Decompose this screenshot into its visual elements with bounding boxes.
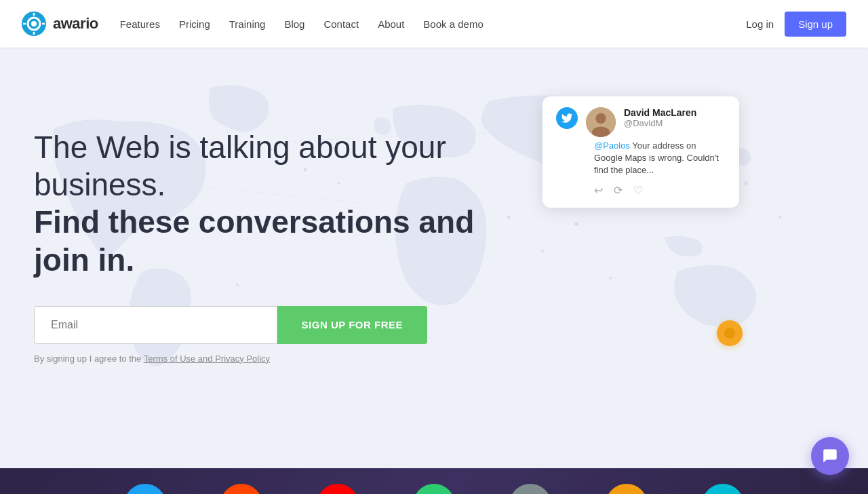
tweet-body: @Paolos Your address on Google Maps is w… xyxy=(594,140,726,177)
hero-content: The Web is talking about your business. … xyxy=(0,48,475,364)
email-input[interactable] xyxy=(34,306,277,344)
svg-point-16 xyxy=(745,182,748,185)
tweet-avatar xyxy=(586,107,616,137)
signup-free-button[interactable]: SIGN UP FOR FREE xyxy=(277,306,427,344)
nav-about[interactable]: About xyxy=(378,18,404,30)
nav-links: Features Pricing Training Blog Contact A… xyxy=(120,18,484,30)
email-form: SIGN UP FOR FREE xyxy=(34,306,427,344)
navbar-right: Log in Sign up xyxy=(746,12,846,37)
social-twitter[interactable] xyxy=(124,484,166,494)
login-button[interactable]: Log in xyxy=(746,18,774,30)
logo[interactable]: awario xyxy=(22,12,98,36)
signup-button[interactable]: Sign up xyxy=(785,12,846,37)
cursor-indicator xyxy=(717,320,743,346)
hero-title-light: The Web is talking about your business. xyxy=(34,130,446,202)
nav-features[interactable]: Features xyxy=(120,18,160,30)
tweet-handle: @DavidM xyxy=(624,118,726,128)
svg-point-13 xyxy=(541,250,544,252)
tweet-card: David MacLaren @DavidM @Paolos Your addr… xyxy=(542,96,739,208)
nav-training[interactable]: Training xyxy=(229,18,266,30)
hero-section: .dot { fill: #b0bcda; } .land { fill: #c… xyxy=(0,48,868,468)
tweet-user-info: David MacLaren @DavidM xyxy=(624,107,726,128)
svg-point-2 xyxy=(31,21,37,26)
social-reddit[interactable] xyxy=(220,484,262,494)
nav-blog[interactable]: Blog xyxy=(284,18,304,30)
nav-book-demo[interactable]: Book a demo xyxy=(423,18,483,30)
svg-point-24 xyxy=(595,113,606,124)
tweet-username: David MacLaren xyxy=(624,107,726,118)
chat-widget[interactable] xyxy=(811,437,849,475)
hero-title-bold: Find these conversations and join in. xyxy=(34,204,474,277)
social-youtube[interactable] xyxy=(317,484,359,494)
reply-icon[interactable]: ↩ xyxy=(594,184,603,197)
social-reviews[interactable] xyxy=(509,484,551,494)
tweet-mention: @Paolos xyxy=(594,140,630,151)
svg-point-15 xyxy=(609,277,612,280)
svg-point-14 xyxy=(574,222,578,226)
tweet-header: David MacLaren @DavidM xyxy=(556,107,726,137)
logo-text: awario xyxy=(53,15,98,33)
logo-icon xyxy=(22,12,46,36)
nav-pricing[interactable]: Pricing xyxy=(179,18,210,30)
svg-point-17 xyxy=(778,216,781,218)
social-blog[interactable] xyxy=(606,484,648,494)
svg-point-12 xyxy=(507,216,511,219)
navbar: awario Features Pricing Training Blog Co… xyxy=(0,0,868,48)
terms-link[interactable]: Terms of Use and Privacy Policy xyxy=(144,354,270,364)
terms-text: By signing up I agree to the Terms of Us… xyxy=(34,354,475,364)
navbar-left: awario Features Pricing Training Blog Co… xyxy=(22,12,484,36)
tweet-actions: ↩ ⟳ ♡ xyxy=(594,184,726,197)
hero-title: The Web is talking about your business. … xyxy=(34,129,475,279)
social-web[interactable] xyxy=(702,484,744,494)
bottom-social-section xyxy=(0,468,868,494)
social-news[interactable] xyxy=(413,484,455,494)
nav-contact[interactable]: Contact xyxy=(323,18,359,30)
like-icon[interactable]: ♡ xyxy=(633,184,643,197)
retweet-icon[interactable]: ⟳ xyxy=(614,184,623,197)
twitter-icon xyxy=(556,107,578,129)
